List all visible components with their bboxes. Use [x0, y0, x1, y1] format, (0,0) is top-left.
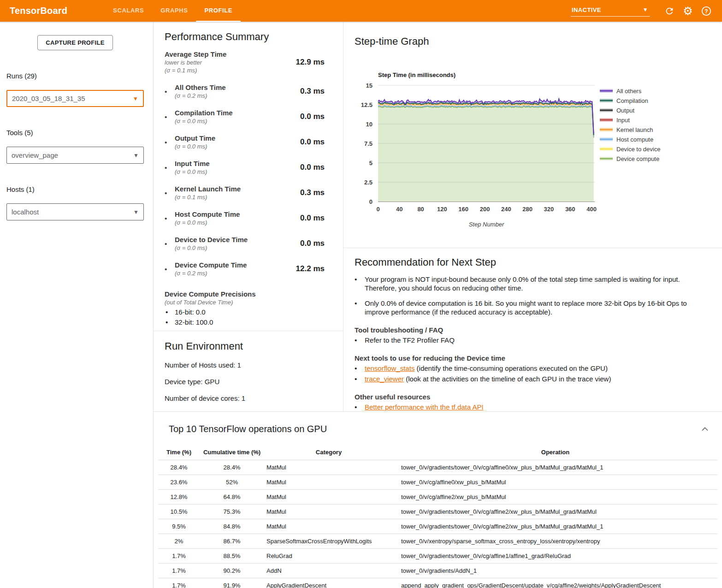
chevron-up-icon: [702, 427, 708, 431]
cell-category: MatMul: [264, 475, 393, 490]
bullet-icon: •: [355, 364, 365, 373]
table-row: 2%86.7%SparseSoftmaxCrossEntropyWithLogi…: [158, 534, 717, 549]
bullet-icon: •: [355, 374, 365, 383]
precisions-list: •16-bit: 0.0•32-bit: 100.0: [165, 308, 332, 326]
cell-operation: tower_0/v/cg/affine0/xw_plus_b/MatMul: [393, 475, 717, 490]
perf-metric: •Input Time(σ = 0.0 ms)0.0 ms: [165, 160, 332, 175]
bullet-icon: •: [355, 299, 365, 316]
bullet-icon: •: [165, 138, 175, 146]
cell-cumulative: 88.5%: [200, 549, 264, 564]
content: Performance Summary Average Step Time lo…: [154, 22, 722, 588]
resource-link[interactable]: trace_viewer: [365, 375, 404, 383]
runs-dropdown[interactable]: 2020_03_05_18_31_35 ▼: [6, 90, 144, 107]
metric-label: Host Compute Time: [175, 210, 240, 218]
bullet-icon: •: [355, 336, 365, 344]
settings-button[interactable]: ⚙: [679, 2, 697, 20]
tab-graphs[interactable]: GRAPHS: [152, 0, 196, 22]
metric-sigma: (σ = 0.0 ms): [175, 143, 215, 150]
cell-time: 2%: [158, 534, 200, 549]
x-tick-label: 240: [501, 206, 511, 213]
run-environment-card: Run Environment Number of Hosts used: 1D…: [154, 331, 343, 402]
cell-cumulative: 86.7%: [200, 534, 264, 549]
cell-category: MatMul: [264, 490, 393, 505]
tab-scalars[interactable]: SCALARS: [105, 0, 152, 22]
bullet-icon: •: [165, 113, 175, 121]
legend-label: Output: [616, 107, 634, 114]
x-tick-label: 400: [586, 206, 597, 213]
perf-metric: •Compilation Time(σ = 0.0 ms)0.0 ms: [165, 109, 332, 125]
metric-label: Compilation Time: [175, 109, 233, 117]
perf-metric: •Device Compute Time(σ = 0.2 ms)12.2 ms: [165, 261, 332, 277]
metric-text: Output Time(σ = 0.0 ms): [175, 134, 215, 150]
metric-text: Kernel Launch Time(σ = 0.1 ms): [175, 185, 241, 201]
recommendation-bullet: •Your program is NOT input-bound because…: [355, 275, 709, 292]
cell-time: 23.6%: [158, 475, 200, 490]
resource-link[interactable]: Better performance with the tf.data API: [365, 403, 484, 411]
y-tick-label: 5: [369, 160, 373, 166]
legend-label: Input: [616, 117, 630, 124]
precision-value: 32-bit: 100.0: [175, 318, 213, 326]
metric-sigma: (σ = 0.1 ms): [165, 67, 226, 74]
metric-sigma: (σ = 0.2 ms): [175, 270, 247, 277]
capture-profile-button[interactable]: CAPTURE PROFILE: [37, 35, 113, 50]
metric-label: Device Compute Time: [175, 261, 247, 269]
legend-label: All others: [616, 88, 642, 95]
metric-label: Average Step Time: [165, 50, 226, 58]
recommendation-sections: Tool troubleshooting / FAQ•Refer to the …: [355, 326, 709, 411]
column-header: Operation: [393, 445, 717, 460]
recommendation-heading: Next tools to use for reducing the Devic…: [355, 354, 709, 362]
performance-summary-title: Performance Summary: [165, 31, 332, 43]
help-button[interactable]: ?: [697, 2, 716, 20]
cell-category: AddN: [264, 564, 393, 578]
status-dropdown[interactable]: INACTIVE ▼: [571, 6, 650, 17]
left-column: Performance Summary Average Step Time lo…: [154, 22, 343, 411]
metric-value: 0.0 ms: [300, 239, 332, 248]
cell-time: 1.7%: [158, 578, 200, 588]
hosts-dropdown[interactable]: localhost ▼: [6, 203, 144, 220]
recommendation-item: •trace_viewer (look at the activities on…: [355, 374, 709, 383]
legend-label: Device to device: [616, 146, 660, 153]
cell-cumulative: 90.2%: [200, 564, 264, 578]
table-row: 28.4%28.4%MatMultower_0/v/gradients/towe…: [158, 460, 717, 475]
app-title: TensorBoard: [0, 6, 77, 16]
refresh-button[interactable]: [660, 2, 679, 20]
hosts-value: localhost: [12, 208, 39, 216]
table-row: 10.5%75.3%MatMultower_0/v/gradients/towe…: [158, 505, 717, 519]
precisions-note: (out of Total Device Time): [165, 299, 332, 306]
recommendation-item: •Refer to the TF2 Profiler FAQ: [355, 336, 709, 344]
cell-category: ApplyGradientDescent: [264, 578, 393, 588]
recommendation-item: •tensorflow_stats (identify the time-con…: [355, 364, 709, 373]
table-row: 12.8%64.8%MatMultower_0/v/cg/affine2/xw_…: [158, 490, 717, 505]
run-environment-title: Run Environment: [165, 340, 332, 352]
top-ops-section: Top 10 TensorFlow operations on GPU Time…: [154, 411, 722, 588]
perf-metric: •Kernel Launch Time(σ = 0.1 ms)0.3 ms: [165, 185, 332, 201]
right-column: Step-time Graph Step Time (in millisecon…: [343, 22, 722, 411]
svg-text:?: ?: [704, 8, 708, 14]
y-tick-label: 10: [366, 121, 373, 128]
collapse-button[interactable]: [702, 425, 708, 433]
x-tick-label: 280: [522, 206, 533, 213]
metric-value: 0.0 ms: [300, 214, 332, 223]
tools-dropdown[interactable]: overview_page ▼: [6, 147, 144, 164]
metric-label: Device to Device Time: [175, 236, 248, 244]
x-tick-label: 0: [376, 206, 379, 213]
y-tick-label: 15: [366, 82, 373, 89]
table-header-row: Time (%)Cumulative time (%)CategoryOpera…: [158, 445, 717, 460]
precision-item: •16-bit: 0.0: [165, 308, 332, 316]
resource-link[interactable]: tensorflow_stats: [365, 364, 414, 372]
metric-text: Device to Device Time(σ = 0.0 ms): [175, 236, 248, 251]
legend-label: Kernel launch: [616, 126, 653, 133]
cell-time: 12.8%: [158, 490, 200, 505]
metric-label: Output Time: [175, 134, 215, 142]
precision-value: 16-bit: 0.0: [175, 308, 206, 316]
run-environment-lines: Number of Hosts used: 1Device type: GPUN…: [165, 361, 332, 402]
cell-time: 28.4%: [158, 460, 200, 475]
gear-icon: ⚙: [683, 5, 693, 18]
top-ops-title: Top 10 TensorFlow operations on GPU: [158, 424, 717, 434]
cell-category: MatMul: [264, 505, 393, 519]
tab-profile[interactable]: PROFILE: [196, 0, 241, 22]
step-time-chart[interactable]: Step Time (in milliseconds)02.557.51012.…: [343, 22, 722, 248]
metric-sigma: (σ = 0.2 ms): [175, 92, 226, 99]
metric-text: Device Compute Time(σ = 0.2 ms): [175, 261, 247, 277]
bullet-icon: •: [165, 87, 175, 95]
